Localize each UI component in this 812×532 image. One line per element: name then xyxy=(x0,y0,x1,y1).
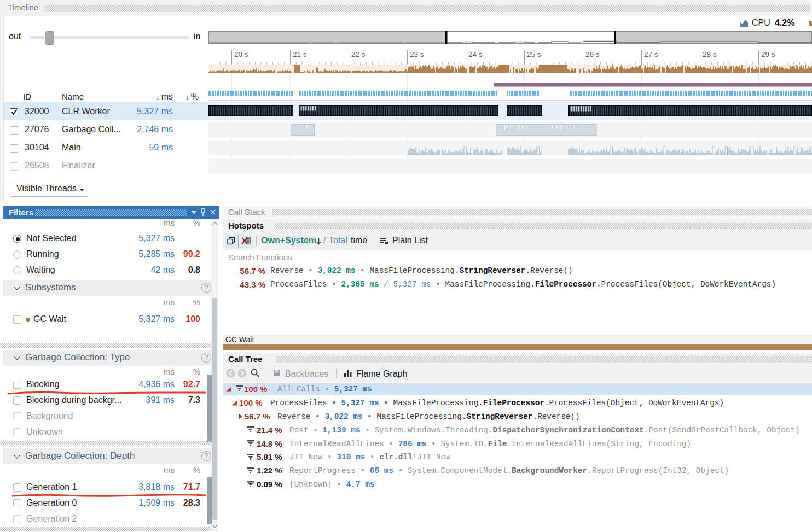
svg-text:21 s: 21 s xyxy=(293,50,307,59)
svg-text:22 s: 22 s xyxy=(351,50,366,59)
svg-text:23 s: 23 s xyxy=(410,50,424,59)
svg-text:25 s: 25 s xyxy=(527,50,541,59)
svg-text:29 s: 29 s xyxy=(761,50,775,59)
svg-text:26 s: 26 s xyxy=(585,50,600,59)
svg-text:24 s: 24 s xyxy=(468,50,483,59)
svg-text:27 s: 27 s xyxy=(644,50,658,59)
svg-text:20 s: 20 s xyxy=(234,50,248,59)
svg-text:28 s: 28 s xyxy=(703,50,717,59)
